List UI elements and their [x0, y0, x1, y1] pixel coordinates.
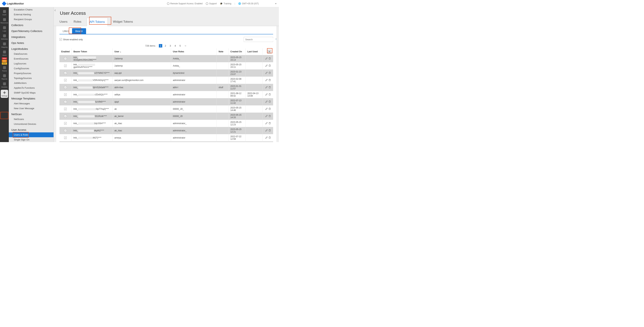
enabled-checkbox[interactable]: ✓: [64, 57, 67, 60]
sidebar-header[interactable]: Ops Notes: [9, 40, 54, 46]
nav-modules[interactable]: Modules: [0, 81, 9, 89]
nav-dash[interactable]: Dash: [0, 9, 9, 17]
delete-icon[interactable]: [268, 93, 271, 96]
nav-reports[interactable]: Reports: [0, 73, 9, 81]
brand-logo[interactable]: LogicMonitor: [2, 2, 24, 5]
sidebar-item-snmp-sysoid-maps[interactable]: SNMP SysOID Maps: [9, 90, 54, 95]
sidebar-item-eventsources[interactable]: EventSources: [9, 56, 54, 61]
enabled-checkbox[interactable]: ✓: [64, 129, 67, 132]
enabled-checkbox[interactable]: ✓: [64, 72, 67, 74]
delete-icon[interactable]: [268, 108, 271, 110]
sidebar-item-netscans[interactable]: NetScans: [9, 117, 54, 122]
sidebar-header[interactable]: Integrations: [9, 34, 54, 40]
edit-icon[interactable]: [265, 115, 268, 117]
sidebar-item-propertysources[interactable]: PropertySources: [9, 71, 54, 76]
enabled-checkbox[interactable]: ✓: [64, 65, 67, 67]
collapse-sidebar-handle[interactable]: ‹: [54, 8, 56, 13]
col-user[interactable]: User▲: [112, 48, 171, 55]
delete-icon[interactable]: [268, 57, 271, 60]
nav-traces[interactable]: Traces: [0, 65, 9, 73]
sidebar-item-jobmonitors[interactable]: JobMonitors: [9, 81, 54, 85]
edit-icon[interactable]: [265, 64, 268, 67]
edit-icon[interactable]: [265, 100, 268, 103]
delete-icon[interactable]: [268, 100, 271, 103]
sidebar-item-external-alerting[interactable]: External Alerting: [9, 12, 54, 17]
subtab-bearer[interactable]: Bearer: [72, 28, 86, 34]
edit-icon[interactable]: [265, 136, 268, 139]
edit-icon[interactable]: [265, 122, 268, 124]
sidebar-header[interactable]: OpenTelemetry Collectors: [9, 28, 54, 34]
nav-mapping[interactable]: Mapping: [0, 41, 9, 49]
show-enabled-only-toggle[interactable]: ✓ Show enabled only: [60, 38, 83, 41]
add-token-button[interactable]: ＋: [268, 50, 271, 54]
sidebar-item-recipient-groups[interactable]: Recipient Groups: [9, 17, 54, 22]
training-link[interactable]: 🎓Training: [220, 2, 231, 5]
delete-icon[interactable]: [268, 115, 271, 117]
search-input[interactable]: [245, 38, 276, 41]
col-bearer-token[interactable]: Bearer Token: [72, 48, 112, 55]
sidebar-item-new-user-message[interactable]: New User Message: [9, 106, 54, 111]
delete-icon[interactable]: [268, 129, 271, 132]
timezone-selector[interactable]: 🌐GMT+05:30 (IST): [238, 2, 259, 5]
delete-icon[interactable]: [268, 86, 271, 89]
sidebar-header[interactable]: LogicModules: [9, 46, 54, 52]
enabled-checkbox[interactable]: ✓: [64, 108, 67, 110]
sidebar-header[interactable]: User Access: [9, 126, 54, 132]
edit-icon[interactable]: [265, 129, 268, 132]
page-5[interactable]: 5: [178, 44, 182, 48]
col-created-on[interactable]: Created On: [228, 48, 246, 55]
delete-icon[interactable]: [268, 122, 271, 124]
edit-icon[interactable]: [265, 108, 268, 110]
col-enabled[interactable]: Enabled: [60, 48, 72, 55]
enabled-checkbox[interactable]: ✓: [64, 79, 67, 82]
sidebar-item-escalation-chains[interactable]: Escalation Chains: [9, 7, 54, 12]
enabled-checkbox[interactable]: ✓: [64, 101, 67, 103]
nav-settings[interactable]: Settings: [1, 90, 8, 98]
tab-users[interactable]: Users: [59, 18, 68, 26]
sidebar-header[interactable]: NetScan: [9, 111, 54, 117]
enabled-checkbox[interactable]: ✓: [64, 122, 67, 125]
edit-icon[interactable]: [265, 79, 268, 81]
enabled-checkbox[interactable]: ✓: [64, 137, 67, 139]
enabled-checkbox[interactable]: ✓: [64, 86, 67, 89]
sidebar-item-alert-messages[interactable]: Alert Messages: [9, 101, 54, 106]
remote-support-toggle[interactable]: Remote Support Access: Enabled: [167, 2, 202, 5]
nav-logs[interactable]: Logs: [0, 25, 9, 33]
delete-icon[interactable]: [268, 64, 271, 67]
nav-resources[interactable]: Resources: [0, 17, 9, 25]
support-link[interactable]: Support: [206, 2, 217, 5]
sidebar-item-appliesto-functions[interactable]: AppliesTo Functions: [9, 85, 54, 90]
page-3[interactable]: 3: [168, 44, 172, 48]
nav-websites[interactable]: Websites: [0, 33, 9, 41]
edit-icon[interactable]: [265, 93, 268, 96]
delete-icon[interactable]: [268, 72, 271, 74]
sidebar-item-single-sign-on[interactable]: Single Sign On: [9, 137, 54, 142]
col-note[interactable]: Note: [217, 48, 228, 55]
tab-api-tokens[interactable]: API Tokens: [87, 18, 108, 26]
sidebar-header[interactable]: Collectors: [9, 22, 54, 28]
sidebar-item-unmonitored-devices[interactable]: Unmonitored Devices: [9, 122, 54, 126]
page-1[interactable]: 1: [159, 44, 162, 48]
subtab-lmv1[interactable]: LMv1: [60, 28, 72, 34]
delete-icon[interactable]: [268, 136, 271, 139]
sidebar-item-logsources[interactable]: LogSources: [9, 61, 54, 66]
sidebar-item-users-roles[interactable]: Users & Roles: [9, 132, 54, 137]
col-last-used[interactable]: Last Used: [246, 48, 262, 55]
next-page[interactable]: ➔: [183, 44, 188, 48]
tab-roles[interactable]: Roles: [73, 18, 82, 26]
sidebar-item-configsources[interactable]: ConfigSources: [9, 66, 54, 71]
enabled-checkbox[interactable]: ✓: [64, 93, 67, 96]
page-2[interactable]: 2: [164, 44, 167, 48]
sidebar-item-topologysources[interactable]: TopologySources: [9, 76, 54, 81]
enabled-checkbox[interactable]: ✓: [64, 115, 67, 117]
sidebar-header[interactable]: Message Templates: [9, 95, 54, 101]
edit-icon[interactable]: [265, 86, 268, 89]
account-menu[interactable]: ▾: [262, 2, 276, 5]
edit-icon[interactable]: [265, 72, 268, 74]
delete-icon[interactable]: [268, 79, 271, 81]
page-4[interactable]: 4: [174, 44, 177, 48]
tab-widget-tokens[interactable]: Widget Tokens: [112, 18, 134, 26]
sidebar-item-datasources[interactable]: DataSources: [9, 52, 54, 56]
search-input-wrap[interactable]: 🔍: [244, 37, 273, 42]
col-user-roles[interactable]: User Roles: [171, 48, 216, 55]
